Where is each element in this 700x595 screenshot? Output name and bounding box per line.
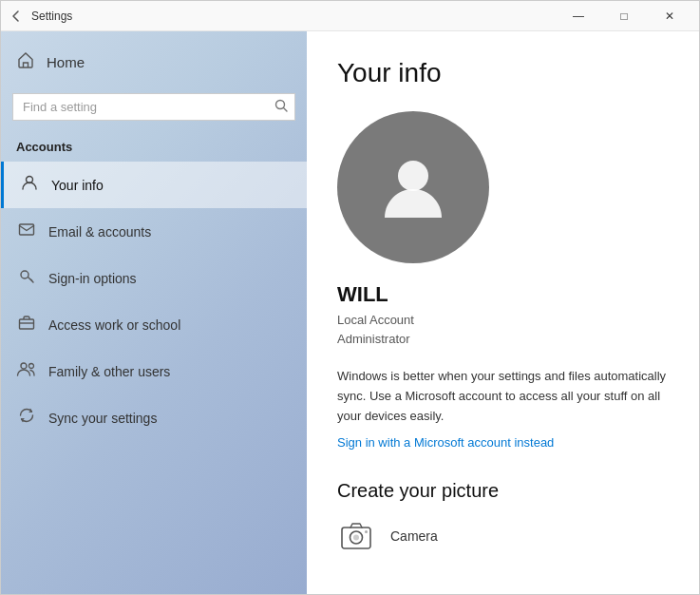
email-icon: [16, 220, 37, 243]
camera-label: Camera: [390, 528, 438, 544]
sidebar-item-family-users[interactable]: Family & other users: [1, 348, 307, 394]
svg-point-4: [21, 271, 28, 278]
page-title: Your info: [337, 58, 669, 88]
svg-rect-3: [20, 224, 34, 235]
sidebar-item-sign-in[interactable]: Sign-in options: [1, 255, 307, 301]
sync-message: Windows is better when your settings and…: [337, 367, 669, 426]
main-content: Your info WILL Local Account Administrat…: [307, 31, 699, 594]
minimize-button[interactable]: —: [557, 1, 600, 31]
svg-point-8: [29, 364, 34, 369]
sidebar-home[interactable]: Home: [1, 39, 307, 86]
maximize-button[interactable]: □: [602, 1, 646, 31]
svg-rect-5: [20, 319, 34, 329]
window-title: Settings: [31, 10, 72, 23]
content-area: Home Accounts: [1, 31, 699, 594]
family-users-label: Family & other users: [48, 364, 170, 379]
svg-point-7: [21, 363, 27, 369]
camera-icon-wrap: [337, 517, 375, 555]
close-button[interactable]: ✕: [648, 1, 691, 31]
settings-window: Settings — □ ✕ Home: [0, 0, 700, 595]
sidebar-item-email-accounts[interactable]: Email & accounts: [1, 208, 307, 255]
search-button[interactable]: [273, 97, 290, 117]
svg-point-9: [398, 161, 428, 191]
camera-item[interactable]: Camera: [337, 517, 669, 555]
briefcase-icon: [16, 313, 37, 336]
sidebar: Home Accounts: [1, 31, 307, 594]
user-role-line1: Local Account: [337, 311, 669, 330]
your-info-label: Your info: [51, 178, 104, 193]
access-work-label: Access work or school: [48, 317, 180, 333]
search-box: [12, 93, 295, 121]
avatar: [337, 111, 489, 263]
search-input[interactable]: [12, 93, 295, 121]
svg-point-13: [365, 530, 368, 533]
sync-icon: [16, 406, 37, 430]
sync-settings-label: Sync your settings: [48, 411, 157, 426]
camera-icon: [338, 518, 374, 554]
create-picture-title: Create your picture: [337, 480, 669, 502]
sidebar-item-access-work[interactable]: Access work or school: [1, 301, 307, 348]
sidebar-item-sync-settings[interactable]: Sync your settings: [1, 394, 307, 441]
sign-in-label: Sign-in options: [48, 271, 137, 286]
email-accounts-label: Email & accounts: [48, 224, 151, 240]
svg-line-1: [284, 108, 288, 112]
ms-account-link[interactable]: Sign in with a Microsoft account instead: [337, 435, 669, 450]
user-role-line2: Administrator: [337, 330, 669, 349]
title-bar-controls: — □ ✕: [557, 1, 691, 31]
user-name: WILL: [337, 282, 669, 307]
key-icon: [16, 266, 37, 290]
back-icon[interactable]: [9, 9, 24, 24]
sidebar-item-your-info[interactable]: Your info: [1, 162, 307, 208]
title-bar-left: Settings: [9, 9, 557, 24]
avatar-person-icon: [375, 149, 451, 225]
person-icon: [19, 173, 40, 197]
home-icon: [16, 50, 35, 74]
person-group-icon: [16, 359, 37, 383]
home-label: Home: [47, 54, 85, 70]
svg-point-12: [353, 535, 359, 541]
title-bar: Settings — □ ✕: [1, 1, 699, 31]
accounts-section-label: Accounts: [1, 128, 307, 162]
